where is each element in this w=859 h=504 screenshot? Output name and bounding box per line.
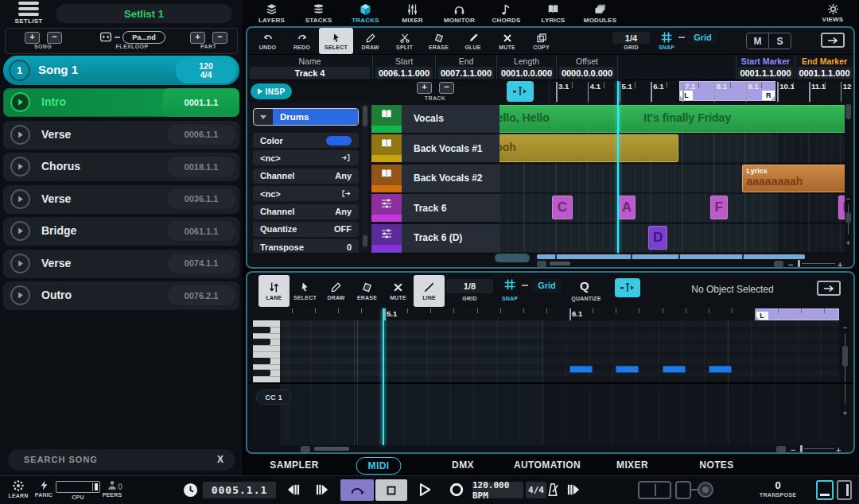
midi-zoom-thumb[interactable] xyxy=(842,346,848,366)
tab-automation[interactable]: AUTOMATION xyxy=(503,457,592,473)
position-display[interactable]: 0005.1.1 xyxy=(203,482,276,498)
draw-tool-button[interactable]: DRAW xyxy=(353,28,387,54)
setlist-name[interactable]: Setlist 1 xyxy=(56,4,232,23)
line-tool-button[interactable]: LINE xyxy=(414,275,445,307)
song-header[interactable]: 1 Song 1 120 4/4 xyxy=(3,56,239,85)
select-tool-button[interactable]: SELECT xyxy=(290,275,321,307)
tab-lyrics[interactable]: LYRICS xyxy=(530,0,577,26)
midi-hzoom-in-icon[interactable]: + xyxy=(836,447,841,453)
connector-knob[interactable] xyxy=(698,482,713,498)
midi-input-indicator[interactable] xyxy=(638,481,671,499)
tab-views[interactable]: VIEWS xyxy=(813,0,853,26)
zoom-handle[interactable] xyxy=(774,261,783,267)
cc-lane-label[interactable]: CC 1 xyxy=(256,390,291,405)
erase-tool-button[interactable]: ERASE xyxy=(352,275,383,307)
field-value[interactable]: Track 4 xyxy=(250,67,370,79)
inspector-row-Color[interactable]: Color xyxy=(253,133,359,148)
part-play-icon[interactable] xyxy=(10,189,30,209)
midi-note[interactable] xyxy=(569,366,593,373)
field-value[interactable]: 0001.0.0.000 xyxy=(499,67,554,79)
cycle-button[interactable] xyxy=(340,479,374,501)
clock-icon[interactable] xyxy=(183,483,198,498)
part-play-icon[interactable] xyxy=(10,221,30,241)
note-clip[interactable]: F xyxy=(710,196,728,219)
track-header[interactable]: Back Vocals #1 xyxy=(371,134,499,162)
black-key[interactable] xyxy=(253,358,270,364)
play-button[interactable] xyxy=(417,482,433,498)
inspector-row-Quantize[interactable]: QuantizeOFF xyxy=(253,222,359,237)
copy-tool-button[interactable]: COPY xyxy=(524,28,558,54)
midi-zoom-out-icon[interactable]: − xyxy=(842,324,849,331)
black-key[interactable] xyxy=(253,370,270,376)
midi-note[interactable] xyxy=(663,366,686,373)
field-value[interactable]: 0000.0.0.000 xyxy=(559,67,615,79)
lyric-clip[interactable]: Lyricsaaaaaaaah xyxy=(742,165,845,192)
auto-scroll-button[interactable] xyxy=(507,81,534,102)
timeline-vscroll[interactable]: − + xyxy=(845,103,852,253)
midi-zoom-handle[interactable] xyxy=(776,446,786,452)
inspector-row-Channel[interactable]: ChannelAny xyxy=(253,169,359,184)
tab-monitor[interactable]: MONITOR xyxy=(436,0,483,26)
erase-tool-button[interactable]: ERASE xyxy=(422,28,456,54)
midi-grid-value[interactable]: 1/8 xyxy=(446,279,493,293)
snap-mode-button[interactable]: Grid xyxy=(688,30,717,45)
hzoom-out-icon[interactable]: − xyxy=(788,262,793,268)
song-part-item[interactable]: Verse0036.1.1 xyxy=(3,185,239,214)
remove-track-button[interactable]: − xyxy=(439,82,454,94)
scrollbar-handle[interactable] xyxy=(363,235,367,246)
track-header[interactable]: Vocals xyxy=(371,105,499,133)
stop-button[interactable] xyxy=(375,479,407,501)
song-part-item[interactable]: Outro0076.2.1 xyxy=(3,281,239,310)
tab-layers[interactable]: LAYERS xyxy=(248,0,295,26)
loop-right-flag[interactable]: R xyxy=(762,91,775,100)
midi-zoom-in-icon[interactable]: + xyxy=(842,409,849,417)
note-grid[interactable] xyxy=(280,320,839,382)
midi-snap-icon[interactable] xyxy=(503,278,517,291)
piano-roll[interactable] xyxy=(253,320,839,382)
inspector-row-Transpose[interactable]: Transpose0 xyxy=(253,239,359,253)
zoom-out-icon[interactable]: − xyxy=(845,195,852,203)
remove-song-button[interactable]: − xyxy=(47,32,62,44)
hscroll-handle[interactable] xyxy=(537,261,546,267)
note-clip[interactable]: C xyxy=(552,196,573,219)
draw-tool-button[interactable]: DRAW xyxy=(321,275,352,307)
cc-grid[interactable] xyxy=(280,384,839,445)
note-clip[interactable]: F xyxy=(838,196,845,219)
midi-hscroll-handle[interactable] xyxy=(301,446,310,452)
layout-toggle-active-button[interactable] xyxy=(816,480,834,500)
part-play-icon[interactable] xyxy=(10,254,30,273)
flexloop-range-value[interactable]: Pa...nd xyxy=(122,31,165,44)
timesig-display[interactable]: 4/4 xyxy=(526,482,546,498)
midi-output-indicator[interactable] xyxy=(675,481,691,499)
midi-auto-scroll-button[interactable] xyxy=(615,278,640,297)
arrangement-timeline[interactable]: Hello, HelloIt's finally FridayooohLyric… xyxy=(499,103,845,253)
midi-hzoom-out-icon[interactable]: − xyxy=(791,447,795,453)
search-song-input[interactable]: SEARCH SONG X xyxy=(8,449,235,471)
start-marker-value[interactable]: 0001.1.1.000 xyxy=(738,67,793,79)
tab-notes[interactable]: NOTES xyxy=(688,457,744,473)
mute-button[interactable]: M xyxy=(747,33,769,48)
header-scroll-pill[interactable] xyxy=(495,254,530,262)
remove-part-button[interactable]: − xyxy=(212,32,227,44)
field-value[interactable]: 0007.1.1.000 xyxy=(438,67,494,79)
track-header[interactable]: Back Vocals #2 xyxy=(371,165,499,192)
hscroll-bar[interactable] xyxy=(550,262,570,266)
snap-icon[interactable] xyxy=(659,31,674,44)
midi-playhead[interactable] xyxy=(383,308,385,445)
add-track-button[interactable]: + xyxy=(417,82,432,94)
redo-tool-button[interactable]: REDO xyxy=(285,28,319,54)
tab-dmx[interactable]: DMX xyxy=(441,457,485,473)
global-transpose[interactable]: 0 TRANSPOSE xyxy=(746,479,810,498)
midi-hscroll-bar[interactable] xyxy=(314,447,349,451)
add-part-button[interactable]: + xyxy=(190,32,205,44)
split-tool-button[interactable]: SPLIT xyxy=(387,28,422,54)
tab-mixer[interactable]: MIXER xyxy=(605,457,659,473)
hzoom-thumb[interactable] xyxy=(798,260,800,267)
tab-midi[interactable]: MIDI xyxy=(356,457,402,475)
expand-arrow-button[interactable] xyxy=(821,33,845,48)
inspector-row-Channel[interactable]: ChannelAny xyxy=(253,204,359,219)
vscroll-thumb[interactable] xyxy=(845,104,851,119)
midi-hzoom-thumb[interactable] xyxy=(800,445,803,452)
tempo-display[interactable]: 120.000 BPM xyxy=(472,482,523,498)
inspector-row-ncncnc[interactable]: <nc> xyxy=(253,186,359,201)
